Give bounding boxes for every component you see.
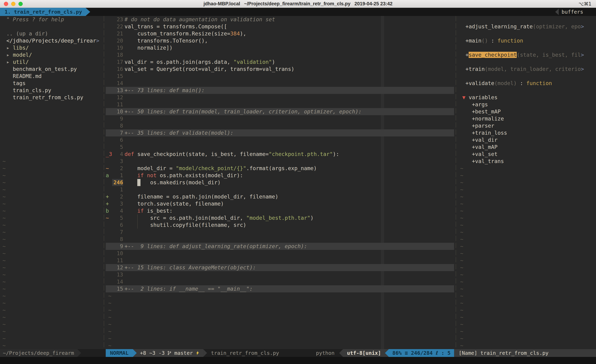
tree-line[interactable]: tags bbox=[0, 80, 102, 87]
folded-line[interactable]: 10+-- 50 lines: def train(model, train_l… bbox=[106, 108, 454, 115]
text-segment: os.path.exists(model_dir): bbox=[157, 172, 243, 178]
folded-line[interactable]: 15+-- 2 lines: if __name__ == "__main__"… bbox=[106, 285, 454, 292]
code-line[interactable]: 17val_dir = os.path.join(args.data, "val… bbox=[106, 58, 454, 66]
tag-line[interactable]: +adjust_learning_rate(optimizer, epo> bbox=[458, 23, 596, 30]
code-line[interactable]: 8 bbox=[106, 236, 454, 243]
code-line[interactable]: 3 bbox=[106, 158, 454, 165]
sign-column bbox=[106, 264, 112, 271]
code-line[interactable]: 21 custom_transform.Resize(size=384), bbox=[106, 30, 454, 37]
code-line[interactable]: 6 shutil.copyfile(filename, src) bbox=[106, 222, 454, 229]
tag-line[interactable]: +val_mAP bbox=[458, 144, 596, 151]
tag-line[interactable]: +normalize bbox=[458, 115, 596, 122]
text-segment: "validation" bbox=[233, 59, 272, 65]
code-line[interactable]: 15 bbox=[106, 73, 454, 80]
text-segment: src = os.path.join(model_dir, bbox=[141, 215, 246, 221]
empty-line-tilde: ~ bbox=[458, 328, 596, 335]
tag-line[interactable]: +val_dir bbox=[458, 137, 596, 144]
text-segment: train_cls.py bbox=[6, 87, 51, 93]
folded-line[interactable]: 7+-- 35 lines: def validate(model): bbox=[106, 129, 454, 137]
code-line[interactable]: 6 bbox=[106, 137, 454, 144]
empty-line-tilde: ~ bbox=[458, 207, 596, 214]
code-line[interactable]: +2 filename = os.path.join(model_dir, fi… bbox=[106, 193, 454, 200]
tree-line[interactable]: ▸ model/ bbox=[0, 51, 102, 58]
tag-line[interactable]: +parser bbox=[458, 122, 596, 129]
command-line[interactable] bbox=[0, 357, 596, 364]
code-line[interactable]: 19 normalize]) bbox=[106, 44, 454, 51]
tag-line[interactable]: +train_loss bbox=[458, 129, 596, 137]
code-line[interactable]: 22val_trans = transforms.Compose([ bbox=[106, 23, 454, 30]
tree-line[interactable]: train_retr_from_cls.py bbox=[0, 94, 102, 101]
tree-line[interactable]: README.md bbox=[0, 73, 102, 80]
empty-line-tilde: ~ bbox=[458, 264, 596, 271]
code-line[interactable]: 7 bbox=[106, 229, 454, 236]
tree-line[interactable]: " Press ? for help bbox=[0, 16, 102, 23]
tree-line[interactable]: ▸ libs/ bbox=[0, 44, 102, 51]
empty-line-tilde: ~ bbox=[458, 222, 596, 229]
window-separator[interactable] bbox=[102, 16, 106, 349]
code-line[interactable]: 23# do not do data augmentation on valid… bbox=[106, 16, 454, 23]
tag-line[interactable]: +save_checkpoint(state, is_best, fil> bbox=[458, 51, 596, 58]
minimize-button[interactable] bbox=[11, 2, 15, 6]
code-line[interactable]: 14 bbox=[106, 278, 454, 285]
tree-line[interactable]: </jdhao/Projects/deep_firear> bbox=[0, 37, 102, 44]
code-line[interactable]: 13 bbox=[106, 271, 454, 278]
code-line[interactable]: ~2 model_dir = "model/check_point/{}".fo… bbox=[106, 165, 454, 172]
tag-line[interactable]: +args bbox=[458, 101, 596, 108]
code-line[interactable]: 18 bbox=[106, 51, 454, 58]
text-segment: +train_loss bbox=[459, 130, 507, 136]
code-line[interactable]: 8 bbox=[106, 122, 454, 129]
zoom-button[interactable] bbox=[18, 2, 23, 6]
code-line[interactable]: 11 bbox=[106, 101, 454, 108]
code-line[interactable]: _34def save_checkpoint(state, is_best, f… bbox=[106, 151, 454, 158]
tree-line[interactable]: train_cls.py bbox=[0, 87, 102, 94]
code-line[interactable]: 1 bbox=[106, 186, 454, 193]
close-button[interactable] bbox=[4, 2, 8, 6]
tag-line[interactable]: +validate(model) : function bbox=[458, 80, 596, 87]
code-line[interactable]: ~5 src = os.path.join(model_dir, "model_… bbox=[106, 214, 454, 222]
text-segment: custom_transform.Resize(size= bbox=[125, 30, 230, 37]
code-line[interactable]: b4 if is_best: bbox=[106, 207, 454, 214]
tag-line[interactable]: +train(model, train_loader, criterio> bbox=[458, 66, 596, 73]
tag-line[interactable]: +main() : function bbox=[458, 37, 596, 44]
sign-column: + bbox=[106, 193, 112, 200]
text-segment: .format(args.exp_name) bbox=[246, 165, 317, 171]
tree-line[interactable]: .. (up a dir) bbox=[0, 30, 102, 37]
code-line[interactable]: 10 bbox=[106, 250, 454, 257]
empty-line-tilde: ~ bbox=[458, 172, 596, 179]
text-segment: "model_best.pth.tar" bbox=[246, 215, 310, 221]
code-line[interactable]: 12 bbox=[106, 94, 454, 101]
code-line[interactable]: 5 bbox=[106, 144, 454, 151]
tree-line[interactable]: benchmark_on_test.py bbox=[0, 66, 102, 73]
empty-line-tilde: ~ bbox=[106, 292, 454, 299]
text-segment: model/ bbox=[13, 52, 32, 58]
code-line[interactable]: 14 bbox=[106, 80, 454, 87]
line-number: 5 bbox=[112, 214, 123, 222]
code-line[interactable]: 16val_set = QuerySet(root=val_dir, trans… bbox=[106, 66, 454, 73]
tag-line[interactable]: +val_set bbox=[458, 151, 596, 158]
empty-line-tilde: ~ bbox=[458, 335, 596, 342]
folded-line[interactable]: 13+-- 73 lines: def main(): bbox=[106, 87, 454, 94]
code-content: if not os.path.exists(model_dir): bbox=[125, 172, 454, 179]
sign-column bbox=[106, 108, 112, 115]
code-line[interactable]: +3 torch.save(state, filename) bbox=[106, 200, 454, 207]
code-line[interactable]: 246 os.makedirs(model_dir) bbox=[106, 179, 454, 186]
tag-line[interactable]: ▼ variables bbox=[458, 94, 596, 101]
tab-current[interactable]: 1. train_retr_from_cls.py bbox=[0, 8, 86, 16]
tag-line[interactable]: +best_mAP bbox=[458, 108, 596, 115]
folded-line[interactable]: 12+-- 15 lines: class AverageMeter(objec… bbox=[106, 264, 454, 271]
tree-line[interactable]: ▸ util/ bbox=[0, 58, 102, 66]
tag-line[interactable]: +val_trans bbox=[458, 158, 596, 165]
text-segment: 384 bbox=[230, 30, 240, 37]
mode-indicator: NORMAL bbox=[106, 349, 133, 357]
code-line[interactable]: a1 if not os.path.exists(model_dir): bbox=[106, 172, 454, 179]
tag-blank-line bbox=[458, 30, 596, 37]
text-segment: ▼ bbox=[462, 94, 465, 101]
window-separator[interactable] bbox=[454, 16, 458, 349]
code-line[interactable]: 9 bbox=[106, 115, 454, 122]
code-line[interactable]: 20 transforms.ToTensor(), bbox=[106, 37, 454, 44]
code-content bbox=[125, 257, 454, 264]
empty-line-tilde: ~ bbox=[0, 278, 102, 285]
folded-line[interactable]: 9+-- 9 lines: def adjust_learning_rate(o… bbox=[106, 243, 454, 250]
code-line[interactable]: 11 bbox=[106, 257, 454, 264]
code-content bbox=[125, 137, 454, 144]
